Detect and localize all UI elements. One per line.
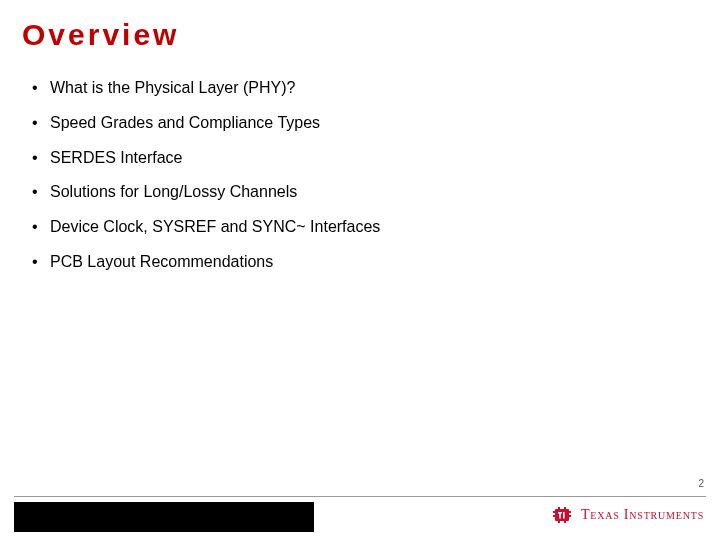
svg-rect-5 (558, 507, 560, 509)
footer: Texas Instruments (0, 496, 720, 540)
list-item: SERDES Interface (32, 148, 698, 169)
list-item: Solutions for Long/Lossy Channels (32, 182, 698, 203)
brand-logo: Texas Instruments (553, 506, 704, 524)
list-item: Device Clock, SYSREF and SYNC~ Interface… (32, 217, 698, 238)
svg-rect-0 (555, 509, 569, 521)
footer-divider (14, 496, 706, 497)
footer-black-box (14, 502, 314, 532)
svg-rect-3 (569, 511, 571, 513)
svg-rect-2 (553, 515, 555, 517)
svg-rect-4 (569, 515, 571, 517)
svg-rect-6 (564, 507, 566, 509)
page-title: Overview (22, 18, 698, 52)
svg-rect-7 (558, 521, 560, 523)
list-item: Speed Grades and Compliance Types (32, 113, 698, 134)
brand-text: Texas Instruments (581, 507, 704, 523)
list-item: PCB Layout Recommendations (32, 252, 698, 273)
ti-chip-icon (553, 506, 575, 524)
page-number: 2 (698, 478, 704, 489)
svg-rect-8 (564, 521, 566, 523)
list-item: What is the Physical Layer (PHY)? (32, 78, 698, 99)
slide: Overview What is the Physical Layer (PHY… (0, 0, 720, 540)
bullet-list: What is the Physical Layer (PHY)? Speed … (22, 78, 698, 273)
svg-rect-1 (553, 511, 555, 513)
